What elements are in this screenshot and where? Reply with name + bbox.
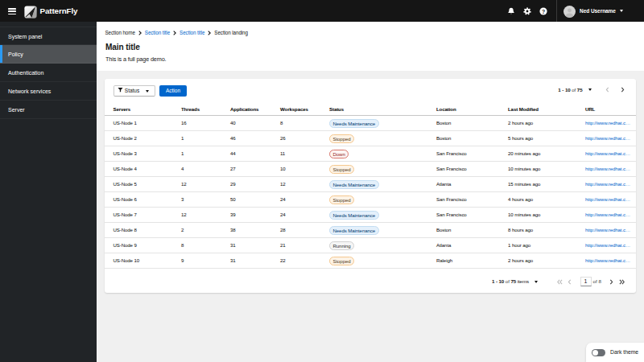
svg-text:?: ? [542, 8, 545, 14]
